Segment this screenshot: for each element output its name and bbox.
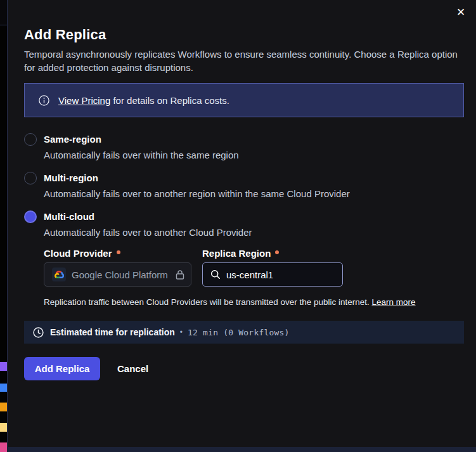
underlying-stripe-pink — [0, 442, 7, 452]
search-icon — [210, 269, 221, 280]
google-cloud-icon — [52, 268, 66, 281]
option-description: Automatically fails over to another regi… — [44, 188, 350, 200]
underlying-stripe-purple — [0, 362, 7, 371]
estimate-separator: • — [180, 328, 183, 337]
option-text: Multi-cloud Automatically fails over to … — [44, 210, 252, 239]
underlying-page-bottom — [0, 447, 476, 452]
cancel-button[interactable]: Cancel — [117, 363, 148, 374]
modal-actions: Add Replica Cancel — [24, 357, 463, 380]
estimate-label: Estimated time for replication — [50, 327, 175, 337]
pricing-banner: View Pricing for details on Replica cost… — [24, 83, 464, 117]
close-icon[interactable]: ✕ — [452, 4, 470, 22]
underlying-page-edge — [0, 0, 7, 452]
pricing-banner-rest: for details on Replica costs. — [110, 95, 229, 106]
option-label: Same-region — [44, 132, 239, 146]
required-dot-icon — [275, 250, 279, 254]
field-label-text: Replica Region — [202, 247, 271, 260]
view-pricing-link[interactable]: View Pricing — [58, 95, 110, 106]
replica-region-input[interactable] — [202, 262, 343, 287]
underlying-topbar-edge — [0, 0, 7, 25]
learn-more-link[interactable]: Learn more — [372, 297, 416, 307]
estimate-bar: Estimated time for replication • 12 min … — [24, 321, 464, 344]
modal-title: Add Replica — [24, 27, 463, 43]
option-description: Automatically fails over to another Clou… — [44, 226, 252, 239]
add-replica-modal: ✕ Add Replica Temporal asynchronously re… — [7, 0, 476, 447]
replica-options: Same-region Automatically fails over wit… — [24, 132, 463, 307]
option-label: Multi-region — [44, 171, 350, 185]
radio-option-same-region[interactable]: Same-region Automatically fails over wit… — [24, 132, 463, 162]
cloud-provider-label: Cloud Provider — [44, 247, 191, 260]
replica-region-value[interactable] — [226, 269, 321, 280]
radio-unchecked-icon[interactable] — [24, 172, 37, 184]
public-internet-note: Replication traffic between Cloud Provid… — [44, 297, 463, 307]
replica-region-field: Replica Region — [202, 247, 343, 287]
option-text: Multi-region Automatically fails over to… — [44, 171, 350, 200]
cloud-provider-field: Cloud Provider Google Cloud P — [44, 247, 191, 287]
estimate-value: 12 min (0 Workflows) — [188, 328, 290, 337]
pricing-banner-text: View Pricing for details on Replica cost… — [58, 95, 229, 106]
radio-option-multi-region[interactable]: Multi-region Automatically fails over to… — [24, 171, 463, 200]
radio-checked-icon[interactable] — [24, 210, 37, 223]
underlying-stripe-blue — [0, 384, 7, 392]
cloud-provider-value: Google Cloud Platform — [72, 269, 168, 280]
lock-icon — [175, 269, 185, 280]
option-text: Same-region Automatically fails over wit… — [44, 132, 239, 162]
cloud-provider-select: Google Cloud Platform — [44, 262, 191, 287]
option-description: Automatically fails over within the same… — [44, 149, 239, 162]
radio-unchecked-icon[interactable] — [24, 133, 37, 146]
underlying-stripe-yellow — [0, 423, 7, 432]
underlying-stripe-orange — [0, 403, 7, 411]
add-replica-button[interactable]: Add Replica — [24, 357, 100, 380]
replica-region-label: Replica Region — [202, 247, 343, 260]
radio-option-multi-cloud[interactable]: Multi-cloud Automatically fails over to … — [24, 210, 463, 239]
note-text: Replication traffic between Cloud Provid… — [44, 297, 372, 307]
required-dot-icon — [117, 250, 120, 254]
page-background: ✕ Add Replica Temporal asynchronously re… — [0, 0, 476, 452]
option-label: Multi-cloud — [44, 210, 252, 224]
field-label-text: Cloud Provider — [44, 247, 112, 260]
info-icon — [39, 95, 49, 106]
clock-icon — [33, 327, 44, 338]
multi-cloud-form: Cloud Provider Google Cloud P — [44, 247, 463, 287]
modal-description: Temporal asynchronously replicates Workf… — [24, 48, 463, 74]
